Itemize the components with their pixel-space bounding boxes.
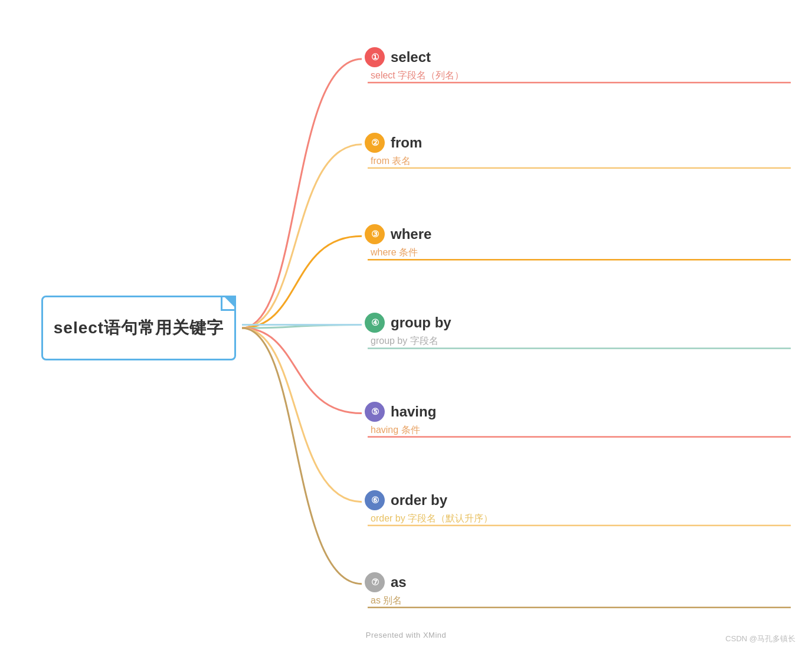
- curve-6: [242, 328, 362, 584]
- annotation-having: having 条件: [371, 424, 420, 437]
- branch-label-where: where: [391, 226, 431, 242]
- annotation-order-by: order by 字段名（默认升序）: [371, 513, 493, 525]
- branch-badge-4: ④: [365, 313, 385, 333]
- annotation-where: where 条件: [371, 247, 418, 259]
- curve-3: [242, 324, 362, 328]
- branch-badge-1: ①: [365, 47, 385, 67]
- branch-node-select: ①select: [365, 47, 431, 67]
- branch-badge-5: ⑤: [365, 402, 385, 422]
- footer-xmind: Presented with XMind: [366, 631, 446, 639]
- branch-node-as: ⑦as: [365, 572, 407, 592]
- annotation-from: from 表名: [371, 155, 411, 168]
- branch-node-from: ②from: [365, 133, 422, 153]
- center-node: select语句常用关键字: [41, 296, 236, 360]
- branch-badge-2: ②: [365, 133, 385, 153]
- annotation-select: select 字段名（列名）: [371, 70, 464, 82]
- branch-label-as: as: [391, 574, 407, 591]
- annotation-as: as 别名: [371, 595, 402, 607]
- curve-2: [242, 236, 362, 328]
- curve-0: [242, 59, 362, 328]
- branch-label-from: from: [391, 135, 422, 151]
- branch-node-where: ③where: [365, 224, 431, 244]
- branch-label-group-by: group by: [391, 314, 451, 331]
- branch-badge-6: ⑥: [365, 490, 385, 510]
- branch-badge-3: ③: [365, 224, 385, 244]
- branch-node-order-by: ⑥order by: [365, 490, 447, 510]
- curve-4: [242, 328, 362, 414]
- footer-xmind-text: Presented with XMind: [366, 631, 446, 639]
- branch-label-order-by: order by: [391, 492, 447, 509]
- branch-badge-7: ⑦: [365, 572, 385, 592]
- curve-1: [242, 145, 362, 328]
- footer-csdn: CSDN @马孔多镇长: [725, 634, 795, 644]
- branch-node-group-by: ④group by: [365, 313, 451, 333]
- branch-node-having: ⑤having: [365, 402, 436, 422]
- branch-label-having: having: [391, 404, 436, 420]
- curve-5: [242, 328, 362, 502]
- main-container: select语句常用关键字 Presented with XMind CSDN …: [0, 0, 812, 656]
- branch-label-select: select: [391, 49, 431, 65]
- annotation-group-by: group by 字段名: [371, 335, 438, 347]
- footer-csdn-text: CSDN @马孔多镇长: [725, 634, 795, 643]
- center-node-label: select语句常用关键字: [54, 317, 224, 339]
